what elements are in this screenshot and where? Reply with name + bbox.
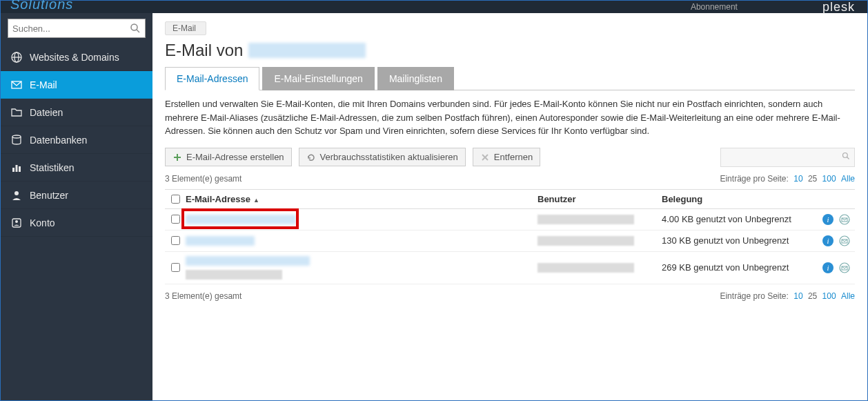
- sidebar-item-label: Websites & Domains: [30, 52, 119, 63]
- usage-cell: 4.00 KB genutzt von Unbegrenzt: [662, 214, 813, 224]
- email-address-link[interactable]: [186, 256, 537, 280]
- svg-rect-8: [16, 165, 18, 172]
- sidebar-search[interactable]: [8, 19, 146, 38]
- search-icon: [842, 152, 850, 163]
- refresh-icon: [306, 153, 316, 162]
- database-icon: [10, 134, 23, 146]
- row-checkbox[interactable]: [171, 215, 180, 224]
- account-icon: [10, 217, 23, 229]
- table-row: 269 KB genutzt von Unbegrenzt i: [165, 252, 855, 284]
- page-title-prefix: E-Mail von: [165, 41, 243, 60]
- info-icon[interactable]: i: [822, 235, 834, 247]
- table-row: 130 KB genutzt von Unbegrenzt i: [165, 231, 855, 252]
- list-meta-bottom: 3 Element(e) gesamt Einträge pro Seite: …: [165, 291, 855, 301]
- brand-logo: plesk: [822, 0, 855, 14]
- svg-point-12: [15, 220, 18, 223]
- description-text: Erstellen und verwalten Sie E-Mail-Konte…: [165, 97, 855, 138]
- page-title: E-Mail von: [165, 41, 855, 60]
- row-checkbox[interactable]: [171, 263, 180, 272]
- tab-email-settings[interactable]: E-Mail-Einstellungen: [262, 67, 374, 90]
- pager-100[interactable]: 100: [822, 174, 836, 184]
- sidebar-item-label: Statistiken: [30, 162, 75, 173]
- sidebar-item-email[interactable]: E-Mail: [1, 71, 152, 99]
- svg-text:i: i: [827, 237, 829, 245]
- globe-icon: [10, 51, 23, 63]
- search-input[interactable]: [12, 23, 130, 34]
- svg-text:i: i: [827, 215, 829, 224]
- sidebar-item-websites[interactable]: Websites & Domains: [1, 43, 152, 71]
- info-icon[interactable]: i: [822, 213, 834, 226]
- sidebar-item-label: Datenbanken: [30, 135, 87, 146]
- mail-icon: [10, 79, 23, 91]
- sidebar-item-account[interactable]: Konto: [1, 209, 152, 237]
- svg-line-1: [137, 30, 139, 32]
- usage-cell: 130 KB genutzt von Unbegrenzt: [662, 235, 813, 246]
- folder-icon: [10, 106, 23, 119]
- svg-point-10: [14, 191, 19, 195]
- select-all-checkbox[interactable]: [171, 195, 180, 204]
- row-checkbox[interactable]: [171, 236, 180, 245]
- pager-25[interactable]: 25: [808, 174, 817, 184]
- col-usage[interactable]: Belegung: [662, 194, 813, 204]
- list-meta-top: 3 Element(e) gesamt Einträge pro Seite: …: [165, 174, 855, 184]
- tab-email-addresses[interactable]: E-Mail-Adressen: [165, 67, 259, 90]
- remove-icon: [480, 153, 490, 162]
- pager-label: Einträge pro Seite:: [720, 174, 788, 184]
- breadcrumb[interactable]: E-Mail: [165, 21, 206, 35]
- sidebar-item-files[interactable]: Dateien: [1, 99, 152, 126]
- sidebar-item-statistics[interactable]: Statistiken: [1, 154, 152, 182]
- svg-point-17: [843, 153, 848, 157]
- create-email-label: E-Mail-Adresse erstellen: [186, 152, 284, 162]
- top-bar: Solutions Abonnement plesk: [1, 1, 867, 13]
- email-address-link[interactable]: [186, 236, 537, 246]
- tab-mailing-lists[interactable]: Mailinglisten: [377, 67, 454, 90]
- user-cell: [537, 263, 662, 273]
- table-row: 4.00 KB genutzt von Unbegrenzt i: [165, 209, 855, 231]
- filter-input[interactable]: [725, 152, 842, 162]
- sidebar-item-databases[interactable]: Datenbanken: [1, 126, 152, 154]
- pager-100[interactable]: 100: [822, 291, 836, 301]
- create-email-button[interactable]: E-Mail-Adresse erstellen: [165, 148, 292, 166]
- remove-button[interactable]: Entfernen: [473, 148, 540, 166]
- pager-25[interactable]: 25: [808, 291, 817, 301]
- pager-10[interactable]: 10: [793, 174, 802, 184]
- count-label: 3 Element(e) gesamt: [165, 291, 241, 301]
- main-content: E-Mail E-Mail von E-Mail-Adressen E-Mail…: [152, 13, 867, 400]
- svg-rect-7: [12, 168, 14, 172]
- svg-line-18: [847, 157, 849, 159]
- search-icon: [130, 23, 141, 34]
- filter-box[interactable]: [720, 148, 855, 167]
- user-cell: [537, 215, 662, 224]
- pager-label: Einträge pro Seite:: [720, 291, 788, 301]
- pager-bottom: Einträge pro Seite: 10 25 100 Alle: [720, 291, 855, 301]
- col-user[interactable]: Benutzer: [537, 194, 662, 204]
- logo-left: Solutions: [10, 0, 73, 12]
- info-icon[interactable]: i: [822, 262, 834, 274]
- col-email[interactable]: E-Mail-Adresse: [186, 194, 537, 204]
- subscription-label[interactable]: Abonnement: [691, 2, 738, 12]
- refresh-stats-label: Verbrauchsstatistiken aktualisieren: [320, 152, 458, 162]
- email-address-link[interactable]: [186, 215, 537, 224]
- svg-rect-9: [19, 166, 21, 172]
- webmail-icon[interactable]: [838, 213, 851, 226]
- sidebar-item-label: Konto: [30, 217, 55, 228]
- toolbar: E-Mail-Adresse erstellen Verbrauchsstati…: [165, 148, 855, 167]
- svg-point-6: [12, 135, 21, 138]
- svg-text:i: i: [827, 264, 829, 272]
- table-header: E-Mail-Adresse Benutzer Belegung: [165, 189, 855, 209]
- page-title-redacted: [248, 43, 366, 58]
- pager-all[interactable]: Alle: [841, 174, 855, 184]
- pager-all[interactable]: Alle: [841, 291, 855, 301]
- pager-10[interactable]: 10: [793, 291, 802, 301]
- svg-point-0: [131, 24, 137, 30]
- tabs: E-Mail-Adressen E-Mail-Einstellungen Mai…: [165, 67, 855, 90]
- remove-label: Entfernen: [494, 152, 533, 162]
- count-label: 3 Element(e) gesamt: [165, 174, 241, 184]
- refresh-stats-button[interactable]: Verbrauchsstatistiken aktualisieren: [299, 148, 466, 166]
- sidebar-item-users[interactable]: Benutzer: [1, 182, 152, 209]
- sidebar: Websites & Domains E-Mail Dateien Datenb…: [1, 13, 152, 400]
- webmail-icon[interactable]: [838, 262, 851, 274]
- webmail-icon[interactable]: [838, 235, 851, 247]
- user-icon: [10, 189, 23, 202]
- sidebar-item-label: E-Mail: [30, 79, 57, 90]
